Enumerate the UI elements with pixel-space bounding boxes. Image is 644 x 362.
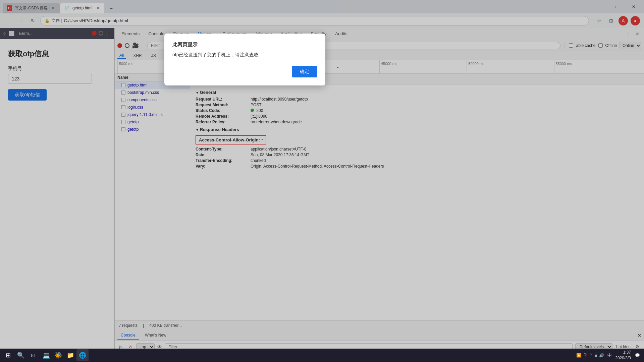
csdn-favicon: C bbox=[7, 5, 12, 11]
devtools-tab-elements[interactable]: Elements bbox=[117, 30, 144, 38]
task-view-button[interactable]: ⊡ bbox=[27, 349, 39, 361]
throttle-select[interactable]: Online bbox=[620, 42, 641, 49]
close-button[interactable]: ✕ bbox=[626, 1, 641, 12]
new-tab-button[interactable]: + bbox=[106, 4, 116, 13]
tray-volume-icon: 🔊 bbox=[599, 353, 604, 358]
file-item-bootstrap[interactable]: bootstrap.min.css bbox=[115, 89, 190, 96]
camera-indicator[interactable]: 🎥 bbox=[105, 31, 111, 36]
app-icon-chrome[interactable]: 🌐 bbox=[76, 349, 89, 361]
console-tab-whats-new[interactable]: What's New bbox=[142, 331, 170, 340]
bookmark-icon[interactable]: ☆ bbox=[594, 16, 604, 25]
clock-date: 2020/3/9 bbox=[615, 355, 631, 361]
console-tab-console[interactable]: Console bbox=[117, 331, 139, 340]
language-badge[interactable]: 中 bbox=[605, 352, 614, 359]
disable-cache-checkbox[interactable] bbox=[569, 43, 573, 48]
timeline-mark-45000: 45000 ms bbox=[379, 60, 467, 73]
devtools-close-icon[interactable]: ✕ bbox=[633, 30, 641, 38]
app-icon-intellij[interactable]: 💻 bbox=[40, 349, 52, 361]
date-val: Sun, 08 Mar 2020 17:36:14 GMT bbox=[251, 153, 309, 157]
file-item-jquery[interactable]: jquery-1.11.0.min.js bbox=[115, 111, 190, 118]
toolbar-divider2 bbox=[565, 43, 565, 49]
file-item-login[interactable]: login.css bbox=[115, 104, 190, 111]
dialog-footer: 确定 bbox=[172, 66, 317, 77]
request-method-val: POST bbox=[251, 103, 262, 107]
response-headers-section-title[interactable]: Response Headers bbox=[196, 127, 639, 132]
app-icon-folder[interactable]: 📁 bbox=[64, 349, 76, 361]
access-control-val: * bbox=[261, 137, 263, 142]
offline-checkbox[interactable] bbox=[598, 43, 603, 48]
protocol-label: 文件 | bbox=[52, 18, 62, 23]
disable-cache-label: able cache bbox=[576, 43, 595, 48]
back-button[interactable]: ← bbox=[4, 16, 13, 25]
task-view-icon: ⊡ bbox=[31, 353, 35, 358]
address-input[interactable]: 🔒 文件 | C:/Users/HP/Desktop/getotp.html bbox=[40, 16, 589, 25]
file-icon-components bbox=[121, 98, 125, 102]
request-url-row: Request URL: http://localhost:8090/user/… bbox=[196, 97, 639, 102]
camera-button[interactable]: 🎥 bbox=[132, 42, 139, 49]
general-section-title[interactable]: General bbox=[196, 90, 639, 95]
filter-tab-all[interactable]: All bbox=[117, 52, 126, 59]
filter-tab-xhr[interactable]: XHR bbox=[131, 53, 144, 59]
tab-getotp-label: getotp.html bbox=[72, 6, 92, 10]
vary-row: Vary: Origin, Access-Control-Request-Met… bbox=[196, 164, 639, 169]
menu-icon[interactable]: ● bbox=[631, 16, 640, 25]
tray-network-icon: 🔼 bbox=[576, 353, 581, 358]
search-taskbar-button[interactable]: 🔍 bbox=[15, 349, 27, 361]
transfer-encoding-val: chunked bbox=[251, 158, 266, 163]
access-control-row: Access-Control-Allow-Origin: * bbox=[196, 135, 266, 144]
console-close-button[interactable]: ✕ bbox=[638, 333, 641, 338]
tab-csdn[interactable]: C 写文章-CSDN博客 ✕ bbox=[3, 3, 60, 13]
clock-time: 1:37 bbox=[615, 350, 631, 355]
dialog-title: 此网页显示 bbox=[172, 42, 317, 48]
file-item-getotp-2[interactable]: getotp bbox=[115, 126, 190, 133]
devtools-device-icon[interactable]: ⬜ bbox=[9, 31, 14, 36]
get-otp-button[interactable]: 获取otp短信 bbox=[8, 89, 47, 101]
stop-indicator[interactable] bbox=[99, 31, 103, 36]
tray-pc-icon: 🖥 bbox=[594, 353, 598, 358]
referrer-policy-row: Referrer Policy: no-referrer-when-downgr… bbox=[196, 120, 639, 124]
record-indicator[interactable] bbox=[92, 31, 97, 36]
devtools-more-icon[interactable]: ⋮ bbox=[624, 30, 632, 38]
tab-getotp-close[interactable]: ✕ bbox=[95, 5, 100, 11]
forward-button[interactable]: → bbox=[16, 16, 25, 25]
elements-tab-dt[interactable]: Elem... bbox=[19, 31, 33, 36]
minimize-button[interactable]: — bbox=[592, 1, 608, 12]
file-icon-bootstrap bbox=[121, 90, 125, 95]
taskbar-right: 🔼 ❓ ⌃ 🖥 🔊 中 1:37 2020/3/9 💬 bbox=[576, 350, 643, 361]
vary-val: Origin, Access-Control-Request-Method, A… bbox=[251, 164, 384, 169]
phone-input[interactable] bbox=[8, 74, 92, 84]
content-type-row: Content-Type: application/json;charset=U… bbox=[196, 147, 639, 152]
offline-label: Offline bbox=[605, 43, 617, 48]
refresh-button[interactable]: ↻ bbox=[28, 16, 38, 25]
file-name-bootstrap: bootstrap.min.css bbox=[127, 90, 159, 95]
start-button[interactable]: ⊞ bbox=[1, 349, 15, 362]
record-button[interactable] bbox=[117, 43, 122, 48]
status-code-number: 200 bbox=[256, 108, 263, 113]
webpage-panel: ⊹ ⬜ Elem... 🎥 获取otp信息 手机号 获取otp短信 bbox=[0, 28, 114, 362]
file-icon-getotp-2 bbox=[121, 127, 125, 131]
address-icons: ☆ ⊞ A ● bbox=[594, 16, 640, 25]
referrer-policy-val: no-referrer-when-downgrade bbox=[251, 120, 302, 124]
file-name-getotp-2: getotp bbox=[127, 127, 139, 132]
profile-icon[interactable]: A bbox=[619, 16, 628, 25]
devtools-cursor-icon[interactable]: ⊹ bbox=[3, 31, 7, 36]
tab-csdn-close[interactable]: ✕ bbox=[50, 5, 56, 11]
title-bar: C 写文章-CSDN博客 ✕ 📄 getotp.html ✕ + — □ ✕ bbox=[0, 0, 644, 13]
folder-icon: 📁 bbox=[67, 352, 74, 359]
grid-icon[interactable]: ⊞ bbox=[606, 16, 616, 25]
file-name-jquery: jquery-1.11.0.min.js bbox=[127, 112, 163, 117]
security-icon: 🔒 bbox=[45, 18, 50, 23]
tab-getotp[interactable]: 📄 getotp.html ✕ bbox=[60, 3, 104, 13]
filter-tab-js[interactable]: JS bbox=[149, 53, 158, 59]
timeline-mark-50000: 50000 ms bbox=[467, 60, 554, 73]
intellij-icon: 💻 bbox=[43, 352, 50, 359]
devtools-tab-audits[interactable]: Audits bbox=[331, 30, 351, 38]
app-icon-yellow[interactable]: 🐝 bbox=[52, 349, 64, 361]
file-item-components[interactable]: components.css bbox=[115, 96, 190, 104]
stop-button[interactable] bbox=[125, 43, 129, 48]
file-item-getotp-1[interactable]: getotp bbox=[115, 118, 190, 126]
notification-icon[interactable]: 💬 bbox=[635, 353, 640, 358]
maximize-button[interactable]: □ bbox=[609, 1, 625, 12]
clock-display: 1:37 2020/3/9 bbox=[615, 350, 634, 361]
dialog-confirm-button[interactable]: 确定 bbox=[292, 66, 317, 77]
